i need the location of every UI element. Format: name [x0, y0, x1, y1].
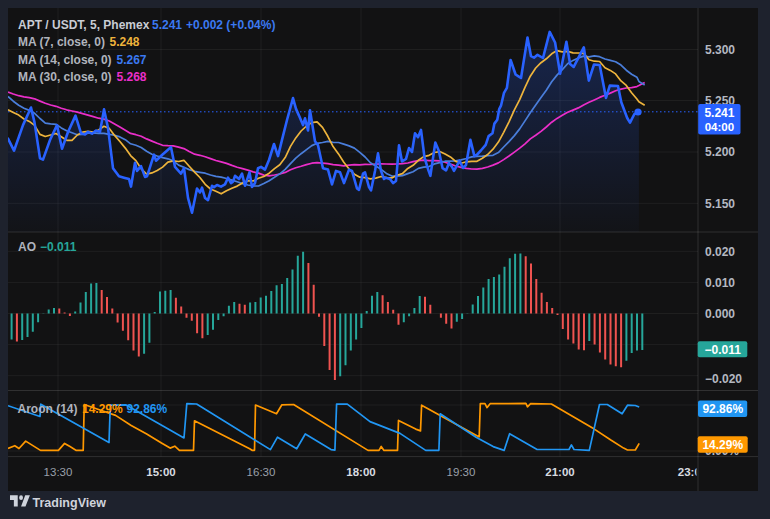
svg-text:14.29%: 14.29% [702, 438, 743, 452]
svg-text:−0.011: −0.011 [40, 240, 77, 254]
svg-text:0.010: 0.010 [705, 276, 735, 290]
svg-text:18:00: 18:00 [346, 466, 375, 478]
svg-text:5.150: 5.150 [705, 197, 735, 211]
svg-text:+0.002 (+0.04%): +0.002 (+0.04%) [186, 18, 275, 32]
svg-text:5.248: 5.248 [110, 35, 140, 49]
svg-text:Aroon (14): Aroon (14) [18, 402, 78, 416]
svg-text:5.241: 5.241 [704, 106, 734, 120]
svg-text:16:30: 16:30 [247, 466, 276, 478]
svg-text:5.200: 5.200 [705, 145, 735, 159]
svg-text:13:30: 13:30 [44, 466, 73, 478]
svg-text:21:00: 21:00 [545, 466, 574, 478]
svg-text:0.020: 0.020 [705, 245, 735, 259]
svg-text:−0.020: −0.020 [705, 372, 742, 386]
svg-text:14.29%: 14.29% [82, 402, 123, 416]
svg-text:APT / USDT, 5, Phemex: APT / USDT, 5, Phemex [18, 18, 150, 32]
svg-text:5.267: 5.267 [117, 53, 147, 67]
svg-text:5.268: 5.268 [117, 70, 147, 84]
svg-text:04:00: 04:00 [705, 121, 734, 133]
svg-text:0.000: 0.000 [705, 307, 735, 321]
svg-text:AO: AO [18, 240, 36, 254]
svg-text:MA (7, close, 0): MA (7, close, 0) [18, 35, 105, 49]
svg-text:TradingView: TradingView [33, 496, 107, 510]
svg-text:19:30: 19:30 [447, 466, 476, 478]
svg-text:MA (30, close, 0): MA (30, close, 0) [18, 70, 112, 84]
svg-text:15:00: 15:00 [146, 466, 175, 478]
svg-text:92.86%: 92.86% [127, 402, 168, 416]
svg-text:5.241: 5.241 [152, 18, 182, 32]
svg-text:5.300: 5.300 [705, 43, 735, 57]
svg-text:−0.011: −0.011 [705, 343, 742, 357]
svg-text:92.86%: 92.86% [702, 402, 743, 416]
svg-text:MA (14, close, 0): MA (14, close, 0) [18, 53, 112, 67]
